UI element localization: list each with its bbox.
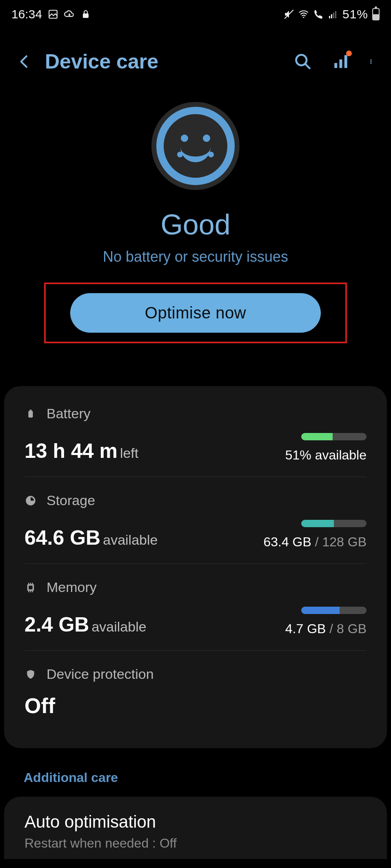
svg-rect-4 bbox=[329, 16, 330, 18]
storage-bar bbox=[301, 520, 367, 527]
device-care-card: Battery 13 h 44 mleft 51% available Stor… bbox=[4, 386, 387, 748]
auto-optimisation-title: Auto optimisation bbox=[24, 812, 367, 832]
svg-rect-7 bbox=[335, 11, 336, 18]
device-protection-row[interactable]: Device protection Off bbox=[24, 651, 367, 732]
svg-rect-6 bbox=[333, 13, 334, 18]
svg-rect-19 bbox=[29, 585, 32, 589]
svg-rect-12 bbox=[344, 55, 347, 68]
shield-icon bbox=[24, 668, 37, 680]
svg-point-15 bbox=[371, 63, 372, 64]
svg-rect-17 bbox=[29, 409, 32, 411]
battery-label: Battery bbox=[47, 406, 91, 422]
svg-rect-16 bbox=[29, 411, 33, 417]
additional-care-header: Additional care bbox=[24, 770, 391, 785]
more-options-icon[interactable] bbox=[370, 53, 375, 70]
memory-row-icon bbox=[24, 581, 37, 594]
page-title: Device care bbox=[45, 50, 282, 73]
wifi-icon bbox=[298, 9, 309, 20]
smile-icon bbox=[151, 102, 240, 190]
auto-optimisation-row[interactable]: Auto optimisation Restart when needed : … bbox=[4, 797, 387, 859]
battery-row-icon bbox=[24, 408, 37, 420]
storage-row[interactable]: Storage 64.6 GBavailable 63.4 GB / 128 G… bbox=[24, 477, 367, 564]
svg-point-13 bbox=[371, 60, 372, 61]
lock-icon bbox=[80, 9, 91, 20]
search-icon[interactable] bbox=[294, 53, 312, 71]
highlight-box: Optimise now bbox=[44, 283, 347, 343]
auto-optimisation-subtitle: Restart when needed : Off bbox=[24, 836, 367, 851]
optimise-now-button[interactable]: Optimise now bbox=[70, 293, 321, 333]
device-status-hero: Good No battery or security issues Optim… bbox=[0, 86, 391, 356]
svg-point-3 bbox=[303, 17, 304, 18]
status-time: 16:34 bbox=[11, 7, 42, 21]
mute-icon bbox=[284, 9, 294, 20]
status-battery-pct: 51% bbox=[342, 7, 368, 21]
usage-chart-icon[interactable] bbox=[332, 53, 349, 70]
storage-used-total: 63.4 GB / 128 GB bbox=[263, 534, 367, 550]
memory-available: 2.4 GBavailable bbox=[24, 613, 147, 636]
cloud-download-icon bbox=[64, 9, 75, 20]
status-bar: 16:34 51% bbox=[0, 0, 391, 25]
memory-row[interactable]: Memory 2.4 GBavailable 4.7 GB / 8 GB bbox=[24, 564, 367, 651]
image-icon bbox=[48, 9, 58, 20]
memory-used-total: 4.7 GB / 8 GB bbox=[285, 621, 367, 636]
svg-point-14 bbox=[371, 61, 372, 62]
svg-rect-5 bbox=[331, 14, 332, 18]
svg-line-9 bbox=[305, 64, 310, 68]
device-status-label: Good bbox=[0, 208, 391, 241]
battery-row[interactable]: Battery 13 h 44 mleft 51% available bbox=[24, 390, 367, 477]
device-protection-label: Device protection bbox=[47, 666, 154, 682]
device-protection-value: Off bbox=[24, 694, 367, 718]
battery-bar bbox=[301, 433, 367, 440]
memory-label: Memory bbox=[47, 579, 97, 595]
storage-row-icon bbox=[24, 495, 37, 507]
storage-label: Storage bbox=[47, 493, 95, 508]
app-header: Device care bbox=[0, 25, 391, 86]
notification-dot-icon bbox=[346, 51, 352, 56]
battery-time-left: 13 h 44 mleft bbox=[24, 439, 138, 463]
battery-icon bbox=[372, 8, 380, 20]
battery-available: 51% available bbox=[285, 448, 367, 463]
memory-bar bbox=[301, 607, 367, 614]
svg-rect-11 bbox=[340, 60, 342, 68]
back-icon[interactable] bbox=[16, 51, 33, 72]
storage-available: 64.6 GBavailable bbox=[24, 526, 158, 550]
svg-rect-1 bbox=[83, 13, 89, 18]
signal-icon bbox=[328, 9, 338, 20]
svg-rect-10 bbox=[334, 63, 337, 68]
device-status-subtitle: No battery or security issues bbox=[0, 248, 391, 265]
call-icon bbox=[313, 9, 324, 20]
